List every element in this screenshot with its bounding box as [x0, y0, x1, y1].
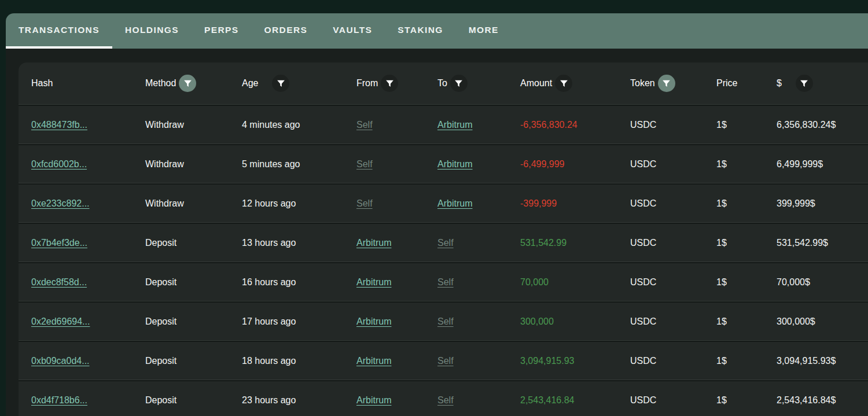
token-value: USDC	[630, 395, 656, 406]
age-value: 12 hours ago	[242, 198, 296, 209]
filter-button-from[interactable]	[381, 75, 398, 92]
table-row: 0xd4f718b6...Deposit23 hours agoArbitrum…	[19, 381, 868, 416]
age-value: 23 hours ago	[242, 395, 296, 406]
tab-vaults[interactable]: VAULTS	[320, 13, 385, 49]
amount-value: -399,999	[520, 198, 557, 209]
token-value: USDC	[630, 198, 656, 209]
usd-value: 300,000$	[777, 316, 815, 327]
filter-button-age[interactable]	[272, 75, 289, 92]
from-link[interactable]: Self	[356, 159, 373, 170]
col-header-hash: Hash	[31, 78, 145, 89]
hash-link[interactable]: 0x7b4ef3de...	[31, 238, 87, 248]
funnel-icon	[385, 79, 395, 89]
usd-value: 3,094,915.93$	[777, 356, 836, 366]
method-value: Withdraw	[145, 159, 184, 170]
amount-value: 300,000	[520, 316, 554, 327]
tab-label: HOLDINGS	[125, 25, 179, 35]
token-value: USDC	[630, 316, 656, 327]
tab-perps[interactable]: PERPS	[192, 13, 252, 49]
age-value: 4 minutes ago	[242, 120, 300, 130]
col-header-age: Age	[242, 75, 356, 92]
hash-link[interactable]: 0xe233c892...	[31, 198, 90, 209]
col-header-label: Amount	[520, 78, 552, 89]
table-row: 0xb09ca0d4...Deposit18 hours agoArbitrum…	[19, 342, 868, 380]
to-link[interactable]: Arbitrum	[437, 159, 472, 170]
funnel-icon	[454, 79, 464, 89]
token-value: USDC	[630, 277, 656, 288]
tab-orders[interactable]: ORDERS	[252, 13, 321, 49]
tab-more[interactable]: MORE	[456, 13, 512, 49]
table-row: 0x2ed69694...Deposit17 hours agoArbitrum…	[19, 303, 868, 340]
from-link[interactable]: Arbitrum	[356, 316, 391, 327]
from-link[interactable]: Arbitrum	[356, 395, 391, 406]
funnel-icon	[799, 79, 809, 89]
to-link[interactable]: Self	[437, 395, 454, 406]
filter-button-to[interactable]	[450, 75, 468, 92]
tab-label: MORE	[469, 25, 499, 35]
col-header-price: Price	[716, 78, 777, 89]
method-value: Deposit	[145, 316, 176, 327]
col-header-usd: $	[777, 75, 868, 92]
col-header-amount: Amount	[520, 75, 630, 92]
filter-button-amount[interactable]	[555, 75, 572, 92]
amount-value: -6,356,830.24	[520, 120, 578, 130]
to-link[interactable]: Arbitrum	[437, 120, 472, 130]
filter-button-usd[interactable]	[796, 75, 813, 92]
table-row: 0x7b4ef3de...Deposit13 hours agoArbitrum…	[19, 224, 868, 262]
col-header-token: Token	[630, 75, 716, 92]
hash-link[interactable]: 0xb09ca0d4...	[31, 356, 90, 366]
amount-value: 3,094,915.93	[520, 356, 574, 366]
amount-value: 531,542.99	[520, 238, 567, 248]
col-header-label: Method	[145, 78, 176, 89]
to-link[interactable]: Self	[437, 238, 454, 248]
to-link[interactable]: Arbitrum	[437, 198, 472, 209]
table-header-row: HashMethodAgeFromToAmountTokenPrice$	[19, 62, 868, 104]
usd-value: 6,499,999$	[777, 159, 823, 170]
filter-button-token[interactable]	[658, 75, 675, 92]
col-header-label: $	[777, 78, 782, 89]
hash-link[interactable]: 0xd4f718b6...	[31, 395, 87, 406]
hash-link[interactable]: 0xfcd6002b...	[31, 159, 87, 170]
tab-holdings[interactable]: HOLDINGS	[112, 13, 192, 49]
table-row: 0xe233c892...Withdraw12 hours agoSelfArb…	[19, 185, 868, 222]
to-link[interactable]: Self	[437, 316, 454, 327]
price-value: 1$	[716, 395, 727, 406]
hash-link[interactable]: 0x488473fb...	[31, 120, 87, 130]
usd-value: 70,000$	[777, 277, 810, 288]
col-header-to: To	[437, 75, 520, 92]
from-link[interactable]: Arbitrum	[356, 356, 391, 366]
age-value: 5 minutes ago	[242, 159, 300, 170]
from-link[interactable]: Self	[356, 198, 373, 209]
age-value: 17 hours ago	[242, 316, 296, 327]
from-link[interactable]: Arbitrum	[356, 238, 391, 248]
col-header-from: From	[356, 75, 437, 92]
price-value: 1$	[716, 316, 727, 327]
age-value: 13 hours ago	[242, 238, 296, 248]
table-panel: HashMethodAgeFromToAmountTokenPrice$ 0x4…	[6, 49, 868, 416]
usd-value: 399,999$	[777, 198, 815, 209]
to-link[interactable]: Self	[437, 277, 454, 288]
price-value: 1$	[716, 120, 727, 130]
funnel-icon	[183, 79, 193, 89]
amount-value: 70,000	[520, 277, 549, 288]
method-value: Deposit	[145, 395, 176, 406]
table-row: 0x488473fb...Withdraw4 minutes agoSelfAr…	[19, 106, 868, 143]
hash-link[interactable]: 0xdec8f58d...	[31, 277, 87, 288]
to-link[interactable]: Self	[437, 356, 454, 366]
from-link[interactable]: Arbitrum	[356, 277, 391, 288]
price-value: 1$	[716, 238, 727, 248]
method-value: Deposit	[145, 356, 176, 366]
tab-staking[interactable]: STAKING	[385, 13, 455, 49]
tab-transactions[interactable]: TRANSACTIONS	[6, 13, 112, 49]
filter-button-method[interactable]	[179, 75, 196, 92]
col-header-label: From	[356, 78, 378, 89]
method-value: Withdraw	[145, 120, 184, 130]
age-value: 18 hours ago	[242, 356, 296, 366]
funnel-icon	[661, 79, 671, 89]
usd-value: 531,542.99$	[777, 238, 828, 248]
method-value: Withdraw	[145, 198, 184, 209]
from-link[interactable]: Self	[356, 120, 373, 130]
usd-value: 2,543,416.84$	[777, 395, 836, 406]
hash-link[interactable]: 0x2ed69694...	[31, 316, 90, 327]
col-header-label: To	[437, 78, 447, 89]
